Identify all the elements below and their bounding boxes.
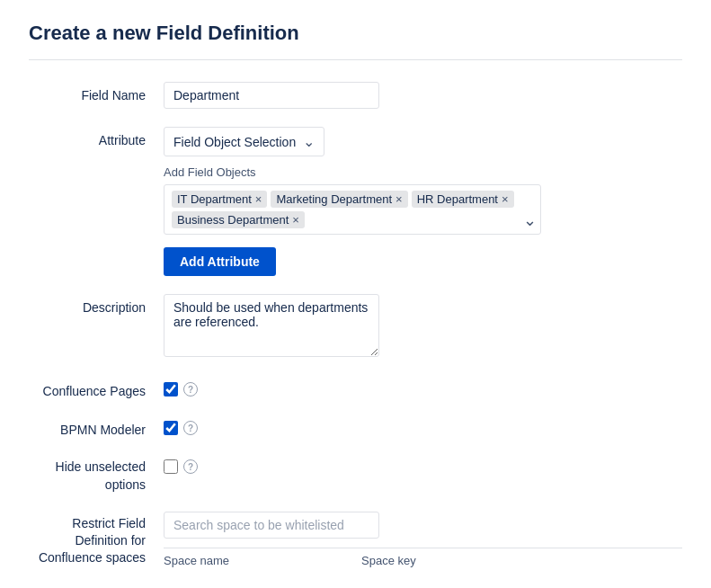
table-divider [164, 548, 682, 548]
confluence-pages-checkbox[interactable] [164, 382, 178, 396]
hide-unselected-help-icon[interactable]: ? [183, 459, 198, 474]
tags-container[interactable]: IT Department × Marketing Department × H… [164, 184, 541, 235]
restrict-field-content: Space name Space key [164, 512, 682, 567]
attribute-content: Field Object Selection ⌄ Add Field Objec… [164, 127, 682, 276]
tag-hr-department-label: HR Department [417, 192, 498, 206]
add-field-objects-label: Add Field Objects [164, 165, 682, 179]
tag-marketing-department-label: Marketing Department [276, 192, 392, 206]
col-space-name: Space name [164, 554, 361, 567]
hide-unselected-checkbox-row: ? [164, 455, 682, 474]
hide-unselected-label: Hide unselected options [29, 455, 164, 494]
attribute-row: Attribute Field Object Selection ⌄ Add F… [29, 127, 682, 276]
field-name-label: Field Name [29, 82, 164, 102]
hide-unselected-content: ? [164, 455, 682, 474]
tag-it-department-label: IT Department [177, 192, 252, 206]
attribute-label: Attribute [29, 127, 164, 147]
tag-marketing-department-close[interactable]: × [395, 193, 403, 205]
page-title: Create a new Field Definition [29, 22, 682, 60]
confluence-pages-label: Confluence Pages [29, 378, 164, 398]
hide-unselected-checkbox[interactable] [164, 459, 178, 474]
tag-business-department-close[interactable]: × [292, 214, 299, 226]
bpmn-modeler-checkbox[interactable] [164, 421, 178, 435]
field-name-row: Field Name [29, 82, 682, 109]
table-headers: Space name Space key [164, 554, 682, 567]
field-name-input[interactable] [164, 82, 379, 109]
bpmn-modeler-help-icon[interactable]: ? [183, 421, 198, 435]
bpmn-modeler-checkbox-row: ? [164, 416, 682, 435]
restrict-field-row: Restrict Field Definition for Confluence… [29, 512, 682, 567]
tag-business-department-label: Business Department [177, 213, 289, 227]
description-textarea[interactable]: Should be used when departments are refe… [164, 294, 379, 357]
field-name-content [164, 82, 682, 109]
description-label: Description [29, 294, 164, 315]
bpmn-modeler-row: BPMN Modeler ? [29, 416, 682, 437]
hide-unselected-row: Hide unselected options ? [29, 455, 682, 494]
confluence-pages-checkbox-row: ? [164, 378, 682, 396]
tag-it-department: IT Department × [172, 191, 267, 208]
attribute-dropdown[interactable]: Field Object Selection ⌄ [164, 127, 324, 156]
table-section: Space name Space key [164, 548, 682, 567]
confluence-pages-row: Confluence Pages ? [29, 378, 682, 398]
bpmn-modeler-label: BPMN Modeler [29, 416, 164, 437]
description-row: Description Should be used when departme… [29, 294, 682, 360]
page-container: Create a new Field Definition Field Name… [0, 0, 711, 588]
restrict-field-label: Restrict Field Definition for Confluence… [29, 512, 164, 566]
add-attribute-button[interactable]: Add Attribute [164, 247, 276, 276]
search-space-input[interactable] [164, 512, 379, 539]
description-content: Should be used when departments are refe… [164, 294, 682, 360]
tag-marketing-department: Marketing Department × [271, 191, 407, 208]
confluence-pages-content: ? [164, 378, 682, 396]
attribute-dropdown-label: Field Object Selection [173, 135, 296, 149]
chevron-down-icon: ⌄ [303, 133, 315, 150]
tag-business-department: Business Department × [172, 211, 305, 228]
tags-expand-icon[interactable]: ⌄ [523, 210, 537, 230]
col-space-key: Space key [361, 554, 559, 567]
tag-hr-department-close[interactable]: × [502, 193, 509, 205]
tag-it-department-close[interactable]: × [255, 193, 262, 205]
bpmn-modeler-content: ? [164, 416, 682, 435]
tag-hr-department: HR Department × [412, 191, 514, 208]
confluence-pages-help-icon[interactable]: ? [183, 382, 198, 396]
